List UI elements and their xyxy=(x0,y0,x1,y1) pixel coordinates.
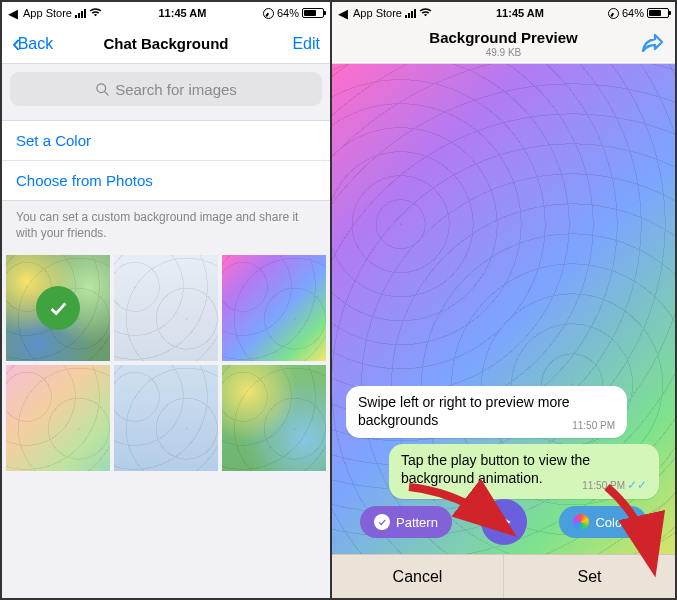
choose-from-photos-row[interactable]: Choose from Photos xyxy=(2,160,330,200)
status-bar: ◀ App Store 11:45 AM 64% xyxy=(332,2,675,24)
battery-icon xyxy=(647,8,669,18)
options-list: Set a Color Choose from Photos xyxy=(2,120,330,201)
bubble-time: 11:50 PM xyxy=(572,420,615,433)
read-ticks-icon: ✓✓ xyxy=(627,478,647,492)
bubble-time: 11:50 PM✓✓ xyxy=(582,478,647,493)
color-wheel-icon xyxy=(573,514,589,530)
background-thumb[interactable] xyxy=(222,365,326,471)
wifi-icon xyxy=(89,7,102,19)
background-preview[interactable]: Swipe left or right to preview more back… xyxy=(332,64,675,598)
background-thumb[interactable] xyxy=(114,255,218,361)
colors-label: Colors xyxy=(595,515,633,530)
set-button[interactable]: Set xyxy=(503,555,675,598)
back-to-app-icon: ◀ xyxy=(8,6,18,21)
search-input[interactable]: Search for images xyxy=(10,72,322,106)
edit-button[interactable]: Edit xyxy=(292,35,320,53)
check-circle-icon xyxy=(374,514,390,530)
background-grid xyxy=(2,255,330,471)
wifi-icon xyxy=(419,7,432,19)
footer-bar: Cancel Set xyxy=(332,554,675,598)
status-bar: ◀ App Store 11:45 AM 64% xyxy=(2,2,330,24)
background-thumb[interactable] xyxy=(6,365,110,471)
background-thumb[interactable] xyxy=(6,255,110,361)
rotation-lock-icon xyxy=(608,8,619,19)
pattern-pill[interactable]: Pattern xyxy=(360,506,452,538)
back-button[interactable]: Back xyxy=(18,35,54,53)
bubble-text: Swipe left or right to preview more back… xyxy=(358,394,570,428)
share-button[interactable] xyxy=(641,32,665,56)
bubble-text: Tap the play button to view the backgrou… xyxy=(401,452,590,486)
back-to-app-icon: ◀ xyxy=(338,6,348,21)
page-title: Chat Background xyxy=(72,35,260,52)
set-a-color-row[interactable]: Set a Color xyxy=(2,121,330,160)
status-app-name: App Store xyxy=(353,7,402,19)
page-subtitle: 49.9 KB xyxy=(402,47,605,58)
background-thumb[interactable] xyxy=(222,255,326,361)
signal-bars-icon xyxy=(405,9,416,18)
message-bubble-outgoing: Tap the play button to view the backgrou… xyxy=(389,444,659,499)
status-time: 11:45 AM xyxy=(432,7,608,19)
pattern-label: Pattern xyxy=(396,515,438,530)
rotation-lock-icon xyxy=(263,8,274,19)
search-icon xyxy=(95,82,110,97)
status-time: 11:45 AM xyxy=(102,7,263,19)
hint-text: You can set a custom background image an… xyxy=(2,201,330,255)
play-button[interactable] xyxy=(481,499,527,545)
signal-bars-icon xyxy=(75,9,86,18)
status-app-name: App Store xyxy=(23,7,72,19)
svg-line-1 xyxy=(105,91,109,95)
cancel-button[interactable]: Cancel xyxy=(332,555,503,598)
nav-bar: ‹ Back Chat Background Edit xyxy=(2,24,330,64)
battery-percent: 64% xyxy=(277,7,299,19)
play-icon xyxy=(495,513,513,531)
battery-percent: 64% xyxy=(622,7,644,19)
background-thumb[interactable] xyxy=(114,365,218,471)
nav-bar: Background Preview 49.9 KB xyxy=(332,24,675,64)
colors-pill[interactable]: Colors xyxy=(559,506,647,538)
selected-check-icon xyxy=(36,286,80,330)
message-bubble-incoming: Swipe left or right to preview more back… xyxy=(346,386,627,438)
battery-icon xyxy=(302,8,324,18)
search-placeholder: Search for images xyxy=(115,81,237,98)
page-title: Background Preview xyxy=(402,29,605,46)
